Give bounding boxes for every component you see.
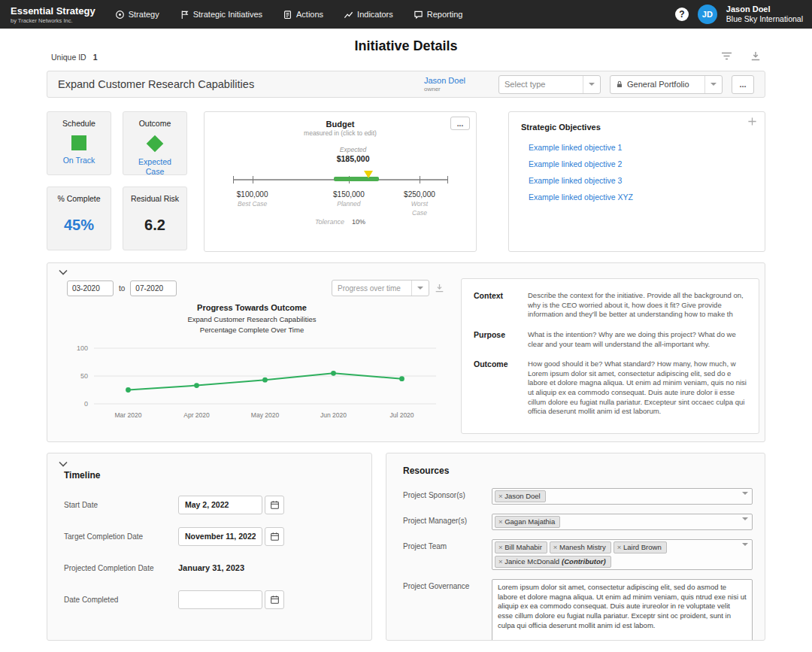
budget-planned: $150,000 Planned [333, 190, 365, 209]
nav-item-label: Indicators [357, 10, 393, 19]
purpose-text[interactable]: What is the intention? Why are we doing … [528, 330, 753, 349]
budget-title: Budget [205, 120, 476, 129]
start-date-label: Start Date [64, 501, 178, 509]
help-button[interactable] [675, 8, 689, 21]
trend-chart-icon [344, 10, 353, 20]
governance-input[interactable]: Lorem ipsum dolor sit amet, consectetur … [492, 579, 753, 641]
calendar-icon[interactable] [265, 496, 284, 514]
flag-icon [180, 10, 189, 20]
budget-best-case: $100,000 Best Case [237, 190, 268, 209]
sponsor-multiselect[interactable]: Jason Doel [492, 488, 753, 505]
type-select[interactable]: Select type [498, 75, 601, 94]
download-icon[interactable] [750, 51, 761, 61]
outcome-card[interactable]: Outcome Expected Case [123, 111, 187, 175]
schedule-title: Schedule [47, 119, 111, 128]
nav-item-label: Actions [296, 10, 323, 19]
timeline-collapse-chevron-icon[interactable] [58, 461, 70, 469]
context-text[interactable]: Describe the context for the initiative.… [528, 291, 753, 320]
projected-date-value: January 31, 2023 [178, 563, 244, 572]
schedule-card[interactable]: Schedule On Track [47, 111, 111, 175]
outcome-row: Outcome How good should it be? What stan… [474, 359, 753, 417]
sponsor-row: Project Sponsor(s) Jason Doel [403, 488, 753, 505]
person-tag-name: Jason Doel [504, 492, 541, 500]
budget-expected: Expected $185,000 [337, 146, 370, 164]
nav-item-reporting[interactable]: Reporting [414, 10, 463, 20]
svg-text:Mar 2020: Mar 2020 [115, 411, 142, 419]
tolerance-label: Tolerance [315, 218, 344, 226]
portfolio-select[interactable]: General Portfolio [610, 75, 723, 94]
manager-label: Project Manager(s) [403, 514, 492, 530]
outcome-text[interactable]: How good should it be? What standard? Ho… [528, 359, 753, 417]
date-to-input[interactable] [130, 281, 177, 296]
start-date-input[interactable] [178, 496, 262, 514]
target-date-input[interactable] [178, 527, 262, 546]
person-tag[interactable]: Bill Mahabir [495, 541, 547, 553]
svg-text:50: 50 [80, 372, 88, 380]
manager-multiselect[interactable]: Gagan Majathia [492, 514, 753, 530]
best-case-value: $100,000 [237, 190, 268, 200]
person-tag[interactable]: Gagan Majathia [495, 516, 560, 528]
governance-row: Project Governance Lorem ipsum dolor sit… [403, 579, 753, 641]
slider-tick [447, 176, 448, 183]
timeline-card: Timeline Start Date Target Completion Da… [47, 453, 372, 641]
person-tag[interactable]: Janice McDonald(Contributor) [495, 556, 611, 568]
objective-link[interactable]: Example linked objective 2 [529, 159, 757, 168]
svg-text:Apr 2020: Apr 2020 [183, 411, 210, 419]
top-nav: Essential Strategy by Tracker Networks I… [0, 0, 812, 29]
avatar[interactable]: JD [698, 5, 717, 24]
budget-more-button[interactable]: ... [450, 117, 470, 130]
nav-item-indicators[interactable]: Indicators [344, 10, 393, 20]
svg-text:0: 0 [84, 400, 88, 408]
chart-subtitle2: Percentage Complete Over Time [56, 325, 447, 335]
nav-item-actions[interactable]: Actions [283, 10, 323, 20]
budget-subtitle[interactable]: measured in (click to edit) [205, 129, 476, 137]
completed-date-input[interactable] [178, 590, 262, 609]
percent-complete-card[interactable]: % Complete 45% [47, 187, 111, 250]
brand[interactable]: Essential Strategy by Tracker Networks I… [11, 5, 95, 24]
resources-card: Resources Project Sponsor(s) Jason Doel … [386, 453, 765, 641]
purpose-label: Purpose [474, 330, 528, 349]
residual-risk-card[interactable]: Residual Risk 6.2 [123, 187, 187, 250]
chart-title: Progress Towards Outcome [56, 302, 447, 314]
lock-icon [616, 80, 623, 89]
slider-tick [233, 176, 234, 183]
budget-worst-case: $250,000 Worst Case [404, 190, 435, 218]
progress-view-select[interactable]: Progress over time [332, 280, 429, 296]
user-org: Blue Sky International [726, 14, 803, 24]
context-row: Context Describe the context for the ini… [474, 291, 753, 320]
person-tag[interactable]: Jason Doel [495, 490, 546, 502]
user-menu[interactable]: Jason Doel Blue Sky International [726, 5, 803, 25]
more-button[interactable]: ... [732, 75, 754, 94]
outcome-title: Outcome [123, 119, 186, 128]
slider-tick [253, 176, 253, 183]
chart-subtitle: Expand Customer Research Capabilities [56, 314, 447, 325]
status-cards: Schedule On Track Outcome Expected Case … [47, 111, 187, 252]
governance-label: Project Governance [403, 579, 492, 641]
nav-item-strategic-initiatives[interactable]: Strategic Initiatives [180, 10, 262, 20]
calendar-icon[interactable] [265, 590, 284, 609]
budget-marker-icon[interactable] [364, 171, 373, 178]
objective-link[interactable]: Example linked objective 1 [529, 143, 757, 152]
person-tag-name: Laird Brown [623, 543, 662, 551]
person-tag[interactable]: Manesh Mistry [550, 541, 611, 553]
objective-link[interactable]: Example linked objective 3 [529, 176, 757, 185]
chevron-down-icon [583, 76, 595, 93]
budget-slider[interactable]: Expected $185,000 $100,000 Best Case $15… [233, 144, 447, 241]
brand-title: Essential Strategy [11, 5, 95, 17]
filter-icon[interactable] [721, 51, 732, 61]
objective-link[interactable]: Example linked objective XYZ [529, 193, 757, 202]
team-multiselect[interactable]: Bill Mahabir Manesh Mistry Laird Brown J… [492, 539, 753, 570]
context-card: Context Describe the context for the ini… [461, 278, 759, 434]
chart-download-icon[interactable] [435, 284, 444, 293]
plus-icon[interactable] [747, 117, 757, 126]
date-from-input[interactable] [67, 281, 114, 296]
collapse-chevron-icon[interactable] [58, 269, 70, 277]
person-tag-name: Janice McDonald [504, 557, 559, 566]
initiative-name[interactable]: Expand Customer Research Capabilities [58, 78, 415, 90]
person-tag[interactable]: Laird Brown [614, 541, 667, 553]
owner-block[interactable]: Jason Doel owner [424, 76, 465, 92]
calendar-icon[interactable] [265, 527, 284, 546]
speech-bubble-icon [414, 10, 423, 20]
completed-date-label: Date Completed [64, 596, 178, 604]
nav-item-strategy[interactable]: Strategy [115, 10, 159, 20]
